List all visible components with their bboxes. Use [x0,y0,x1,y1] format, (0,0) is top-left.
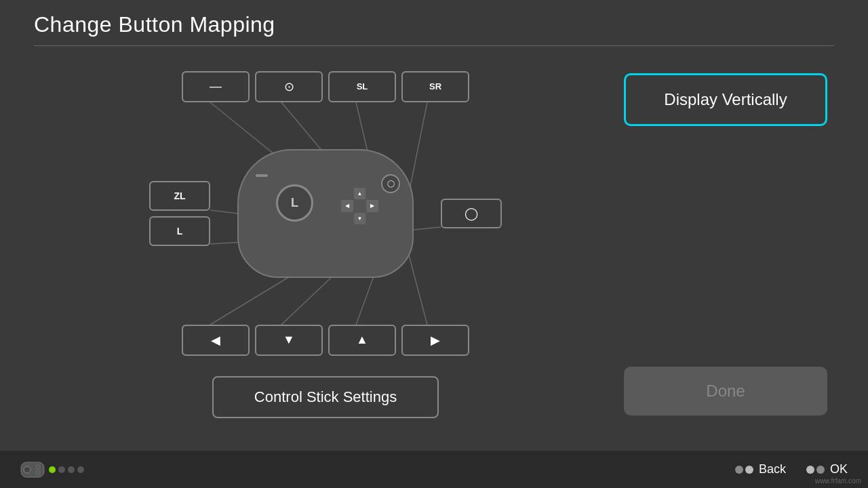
controller-area: — ⊙ SL SR ZL L [34,60,617,429]
back-icon-circle-2 [745,466,753,474]
down-button[interactable]: ▼ [255,325,323,356]
svg-point-13 [36,465,40,469]
dpad-empty-bl [341,213,353,225]
footer-left [20,462,84,478]
dpad-empty-tr [366,188,378,200]
up-icon: ▲ [356,333,368,347]
up-button[interactable]: ▲ [328,325,396,356]
control-stick-settings-label: Control Stick Settings [254,388,397,405]
analog-stick-label: L [291,196,298,210]
main-content: — ⊙ SL SR ZL L [0,46,868,443]
ok-icon-circle-1 [806,466,814,474]
right-side-button: ◯ [441,199,502,228]
dpad-empty-br [366,213,378,225]
circle-icon: ◯ [465,206,478,221]
dpad-empty-tl [341,188,353,200]
l-label: L [177,226,183,237]
sl-button[interactable]: SL [328,71,396,102]
sl-icon: SL [357,81,368,92]
dot-2 [58,466,65,473]
back-icon [735,466,753,474]
joycon-small-icon [20,462,45,478]
dpad: ▲ ◀ ▶ ▼ [341,188,378,225]
sr-button[interactable]: SR [401,71,469,102]
display-vertically-label: Display Vertically [664,90,787,108]
header: Change Button Mapping [0,0,868,37]
footer: Back OK [0,451,868,488]
timer-icon: ⊙ [284,79,294,94]
analog-stick[interactable]: L [276,184,313,222]
left-side-buttons: ZL L [149,181,210,246]
dpad-up[interactable]: ▲ [354,188,366,200]
dpad-left[interactable]: ◀ [341,200,353,212]
display-vertically-button[interactable]: Display Vertically [624,73,827,126]
dpad-right[interactable]: ▶ [366,200,378,212]
dot-1 [49,466,56,473]
controller-body: ◯ L ▲ ◀ ▶ ▼ [237,149,414,278]
dpad-down[interactable]: ▼ [354,213,366,225]
right-icon: ▶ [431,333,440,348]
svg-point-14 [36,470,40,474]
minus-icon: — [210,79,222,94]
right-panel: Display Vertically Done [617,60,834,429]
ok-footer-button[interactable]: OK [806,462,848,476]
dot-4 [77,466,84,473]
sr-icon: SR [429,81,441,92]
footer-right: Back OK [735,462,848,476]
zl-button[interactable]: ZL [149,181,210,211]
l-button[interactable]: L [149,216,210,246]
back-footer-button[interactable]: Back [735,462,786,476]
page-title: Change Button Mapping [34,12,834,37]
done-label: Done [706,382,745,400]
minus-indicator [256,174,268,177]
indicator-dots [49,466,84,473]
minus-button[interactable]: — [182,71,250,102]
right-button[interactable]: ▶ [401,325,469,356]
joycon-shape: ◯ L ▲ ◀ ▶ ▼ [237,149,414,278]
left-button[interactable]: ◀ [182,325,250,356]
watermark: www.frfam.com [815,477,861,485]
controller-icon [20,462,84,478]
done-button[interactable]: Done [624,367,827,415]
dot-3 [68,466,75,473]
top-buttons-row: — ⊙ SL SR [182,71,469,102]
bottom-buttons-row: ◀ ▼ ▲ ▶ [182,325,469,356]
timer-button[interactable]: ⊙ [255,71,323,102]
control-stick-settings-button[interactable]: Control Stick Settings [212,376,439,418]
screenshot-icon: ◯ [387,180,395,187]
svg-point-12 [24,466,31,473]
back-label: Back [759,462,786,476]
ok-icon [806,466,825,474]
circle-button[interactable]: ◯ [441,199,502,228]
back-icon-circle-1 [735,466,743,474]
dpad-center [354,200,366,212]
down-icon: ▼ [283,333,295,347]
ok-label: OK [830,462,848,476]
left-icon: ◀ [211,333,220,348]
mapping-container: — ⊙ SL SR ZL L [149,71,502,356]
ok-icon-circle-2 [816,466,825,474]
zl-label: ZL [174,190,185,201]
screenshot-button-indicator: ◯ [381,174,400,193]
